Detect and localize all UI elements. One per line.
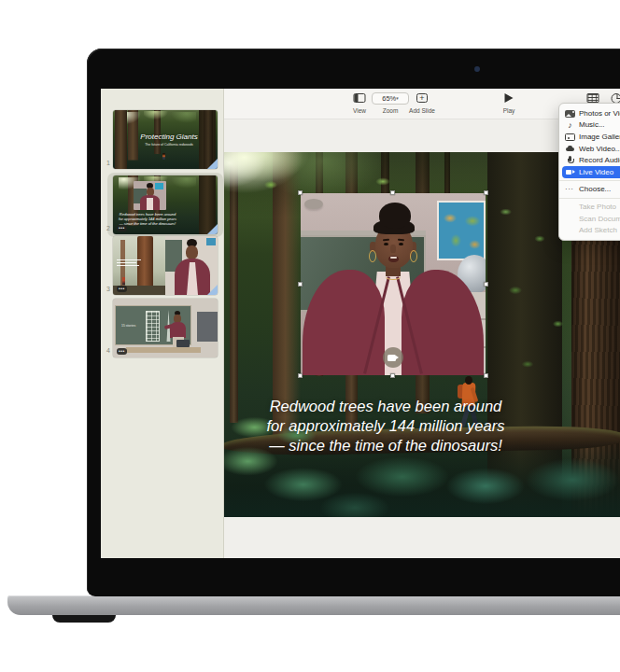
toolbar-play-button[interactable]: Play [490, 89, 528, 119]
slide1-subtitle: The future of California redwoods [124, 143, 214, 147]
necklace [384, 270, 402, 280]
selection-handle-w[interactable] [298, 282, 303, 287]
slide-number-1: 1 [102, 160, 110, 166]
selection-handle-e[interactable] [484, 282, 488, 287]
eye [399, 243, 403, 245]
hoop-earring [369, 250, 376, 262]
add-slide-icon: + [416, 93, 428, 103]
selection-handle-se[interactable] [484, 373, 488, 378]
live-video-camera-badge [383, 347, 403, 368]
menu-item-label: Take Photo [579, 203, 616, 211]
hiker-head [465, 376, 472, 385]
hiker-figure [162, 153, 165, 160]
ceiling-light [304, 199, 323, 209]
zoom-value: 65% [382, 94, 396, 103]
presenter-hair-bun [379, 203, 411, 229]
menu-item-label: Scan Documents [579, 215, 620, 223]
menu-separator [559, 198, 620, 199]
menu-item-choose[interactable]: ··· Choose... [559, 184, 620, 196]
image-gallery-icon [565, 133, 575, 141]
menu-item-add-sketch-disabled: Add Sketch [559, 224, 620, 236]
caption-line: — since the time of the dinosaurs! [232, 436, 540, 455]
toolbar-add-slide-button[interactable]: + Add Slide [397, 89, 447, 119]
slide-number-2: 2 [102, 225, 110, 231]
menu-item-record-audio[interactable]: Record Audio [559, 154, 620, 166]
mini-presenter-shirt [147, 198, 153, 210]
hoop-earring [410, 250, 417, 262]
selection-handle-n[interactable] [390, 190, 395, 195]
menu-item-photos-or-videos[interactable]: Photos or Videos [559, 107, 620, 119]
chalk-building-drawing [146, 311, 160, 342]
media-corner-indicator [207, 285, 218, 295]
menu-item-label: Record Audio [579, 156, 620, 164]
caption-line: Redwood trees have been around [232, 397, 540, 416]
mini-desk [126, 347, 201, 353]
media-corner-indicator [207, 224, 218, 234]
sidebar-view-icon [354, 93, 366, 103]
webcam-dot [474, 66, 480, 72]
slide-caption-textbox[interactable]: Redwood trees have been around for appro… [232, 397, 540, 455]
cloud-icon [565, 144, 575, 153]
ellipsis-icon: ··· [565, 185, 575, 194]
media-count-badge: ••• [117, 348, 127, 356]
mini-laptop [176, 340, 190, 347]
live-video-object[interactable] [301, 193, 486, 375]
menu-item-live-video-selected[interactable]: Live Video [562, 166, 620, 178]
video-camera-lens-icon [396, 356, 399, 359]
menu-item-label: Add Sketch [579, 226, 617, 234]
menu-item-image-gallery[interactable]: Image Gallery... [559, 131, 620, 143]
menu-separator [559, 180, 620, 181]
tiny-text-line [117, 265, 139, 266]
live-video-frame [301, 193, 486, 375]
slide-thumbnail-3[interactable]: ••• [113, 236, 218, 295]
microphone-icon [565, 156, 575, 165]
slide-thumbnail-4[interactable]: 15 stories ••• [113, 299, 218, 357]
slide-navigator: 1 Protecting Giants The future of Califo… [101, 89, 224, 558]
macbook-scene: 1 Protecting Giants The future of Califo… [0, 0, 620, 672]
menu-item-label: Choose... [579, 185, 611, 193]
selection-handle-s[interactable] [390, 373, 395, 378]
mini-world-map [206, 238, 216, 245]
play-icon [505, 93, 514, 103]
mouth [388, 256, 399, 262]
insert-media-menu: Photos or Videos ♪ Music... Image Galler… [558, 103, 620, 241]
video-camera-icon [388, 355, 396, 361]
slide1-title: Protecting Giants [124, 133, 214, 141]
macbook-base [7, 595, 620, 615]
slide-thumbnail-1[interactable]: Protecting Giants The future of Californ… [113, 110, 218, 169]
mini-cabinet [197, 312, 218, 342]
world-map [437, 201, 486, 260]
menu-item-scan-documents-disabled: Scan Documents [559, 213, 620, 225]
mini-presenter-head [186, 245, 198, 259]
tiny-text-line [117, 262, 136, 263]
media-count-badge: ••• [117, 286, 127, 293]
slide-number-3: 3 [102, 286, 110, 292]
music-note-icon: ♪ [565, 120, 575, 130]
selection-handle-nw[interactable] [298, 190, 303, 195]
mini-presenter-blazer [170, 322, 186, 338]
menu-item-label: Music... [579, 120, 605, 129]
mini-caption: Redwood trees have been around for appro… [117, 212, 178, 226]
menu-item-label: Live Video [579, 168, 613, 176]
slide-thumbnail-2[interactable]: Redwood trees have been around for appro… [113, 175, 218, 234]
selection-handle-sw[interactable] [298, 373, 303, 378]
menu-item-web-video[interactable]: Web Video... [559, 143, 620, 155]
menu-item-label: Web Video... [579, 145, 620, 153]
media-corner-indicator [207, 159, 218, 169]
menu-item-label: Image Gallery... [579, 133, 620, 141]
menu-item-music[interactable]: ♪ Music... [559, 119, 620, 132]
menu-item-take-photo-disabled: Take Photo [559, 201, 620, 213]
mini-poster [155, 183, 163, 189]
hiker-figure [122, 277, 125, 285]
chalk-label: 15 stories [121, 324, 135, 328]
nose [390, 245, 396, 253]
media-count-badge: ••• [117, 225, 127, 232]
toolbar-label: Play [490, 107, 528, 114]
selection-handle-ne[interactable] [484, 190, 488, 195]
mini-live-video [134, 181, 166, 210]
photos-icon [565, 110, 575, 118]
empty-icon-space [565, 214, 575, 223]
slide-number-4: 4 [102, 347, 110, 354]
tiny-text-line [117, 259, 141, 260]
video-camera-icon [565, 167, 575, 176]
